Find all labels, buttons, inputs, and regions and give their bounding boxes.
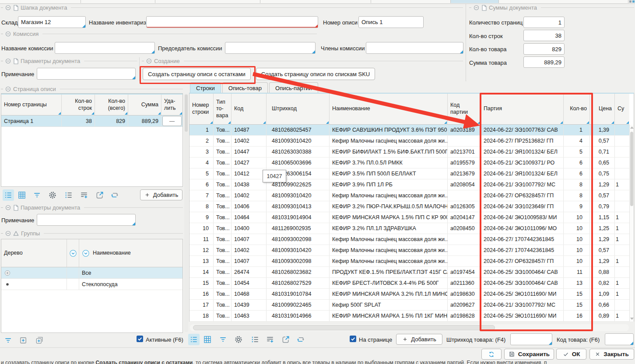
- top-tab[interactable]: [371, 0, 451, 3]
- tab-opis-partii[interactable]: Опись-партии: [269, 82, 318, 93]
- filter-icon[interactable]: [3, 335, 14, 346]
- top-tab[interactable]: [0, 0, 81, 3]
- column-header-type[interactable]: Тип то-вара: [214, 94, 232, 124]
- tab-stroki[interactable]: Строки: [190, 82, 221, 93]
- filter-icon[interactable]: [32, 189, 43, 201]
- collapse-icon[interactable]: [5, 231, 11, 236]
- add-row-button[interactable]: Добавить: [396, 334, 442, 345]
- column-header-name[interactable]: Наименование: [330, 94, 448, 124]
- collapse-icon[interactable]: [5, 5, 11, 10]
- collapse-icon[interactable]: [5, 31, 11, 37]
- numbered-list-icon[interactable]: [63, 189, 74, 201]
- column-header-row-number[interactable]: Номер строки: [189, 94, 214, 124]
- open-external-icon[interactable]: [94, 189, 105, 201]
- list-view-icon[interactable]: [188, 334, 200, 345]
- filter-icon[interactable]: [218, 334, 229, 345]
- tab-opis-tovar[interactable]: Опись-товар: [222, 82, 268, 93]
- gear-icon[interactable]: [47, 189, 58, 201]
- numbered-list-icon[interactable]: [249, 334, 261, 345]
- add-group-icon[interactable]: [34, 335, 45, 346]
- table-row[interactable]: 10 Тов... 10400 4811269002935 КЕФИР 3.2%…: [189, 223, 629, 234]
- top-tab[interactable]: [81, 0, 155, 3]
- list-view-icon[interactable]: [3, 189, 14, 201]
- grid-view-icon[interactable]: [202, 334, 213, 345]
- column-header-tree[interactable]: Дерево: [1, 239, 67, 267]
- commission-chairman-input[interactable]: [225, 42, 316, 54]
- on-page-checkbox[interactable]: [350, 336, 356, 342]
- column-header-code[interactable]: Код: [232, 94, 267, 124]
- table-row[interactable]: 16 Тов... 10468 4810319010784 КЕФИР МИНС…: [189, 289, 629, 300]
- left-panel-scrollbar[interactable]: [184, 94, 188, 332]
- table-row[interactable]: 6 Тов... 10438 4810099022625 КЕФИР 3.9% …: [189, 179, 629, 190]
- group-row[interactable]: Стеклопосуда: [1, 279, 182, 290]
- ok-button[interactable]: ОК: [556, 349, 586, 360]
- column-header-name[interactable]: Наименование: [79, 239, 182, 267]
- add-to-list-icon[interactable]: [78, 189, 90, 201]
- table-row[interactable]: 18 Тов... 10463 4810319014966 КЕФИР МИНС…: [189, 311, 629, 322]
- column-header-rows-count[interactable]: Кол-во строк: [62, 94, 95, 115]
- table-row[interactable]: 14 Тов... 26474 4810268023682 ПРОДУКТ КЕ…: [189, 267, 629, 278]
- filter-dropdown-icon[interactable]: [82, 249, 90, 257]
- column-header-sum[interactable]: Су: [615, 94, 629, 124]
- table-row[interactable]: 5 Тов... 10412 4810263006154 КЕФИР 3.5% …: [189, 168, 629, 179]
- table-row[interactable]: 2 Тов... 10402 4810093010420 Кефир Малоч…: [189, 136, 629, 147]
- table-row[interactable]: 8 Тов... 10406 4810093010413 КЕФИР 3.2% …: [189, 201, 629, 212]
- column-header-sum[interactable]: Сумма: [128, 94, 161, 115]
- barcode-input[interactable]: [510, 333, 552, 345]
- inventory-name-input[interactable]: [146, 16, 318, 28]
- open-external-icon[interactable]: [280, 334, 291, 345]
- inventory-number-input[interactable]: [358, 16, 424, 28]
- table-row[interactable]: 13 Тов... 10407 4810093002098 Кефир Мало…: [189, 256, 629, 267]
- note-input[interactable]: [37, 68, 136, 80]
- warehouse-input[interactable]: [18, 16, 86, 28]
- scrollbar-thumb[interactable]: [193, 325, 495, 330]
- top-tab[interactable]: [260, 0, 371, 3]
- scrollbar-thumb[interactable]: [630, 132, 633, 206]
- column-header-price[interactable]: Цена: [590, 94, 615, 124]
- table-row[interactable]: 15 Тов... 10454 4810268027529 КЕФИР БРЕС…: [189, 278, 629, 289]
- column-header-batch-code[interactable]: Код партии: [448, 94, 481, 124]
- active-checkbox[interactable]: [137, 336, 143, 342]
- column-header-page-number[interactable]: Номер страницы: [1, 94, 62, 115]
- page-row[interactable]: Страница 1 38 829 889,29 —: [1, 116, 182, 127]
- top-tab[interactable]: [155, 0, 260, 3]
- add-item-icon[interactable]: [18, 335, 29, 346]
- top-tab[interactable]: [499, 0, 628, 3]
- collapse-icon[interactable]: [474, 5, 479, 10]
- table-row[interactable]: 4 Тов... 10427 4810065003696 КЕФИР 3.7% …: [189, 158, 629, 168]
- table-row[interactable]: 3 Тов... 10447 4810263030388 КЕФИР БИФИЛ…: [189, 147, 629, 158]
- column-header-batch[interactable]: Партия: [481, 94, 564, 124]
- main-table-horizontal-scrollbar[interactable]: [190, 324, 629, 331]
- add-page-button[interactable]: Добавить: [140, 189, 182, 200]
- save-button[interactable]: Сохранить: [504, 349, 554, 360]
- table-row[interactable]: 9 Тов... 10464 4810319014904 КЕФИР МИНСК…: [189, 212, 629, 223]
- collapse-icon[interactable]: [146, 58, 152, 64]
- table-row[interactable]: 17 Тов... 10439 4810099022465 Кефир 500Г…: [189, 300, 629, 311]
- refresh-button[interactable]: [481, 349, 502, 360]
- table-row[interactable]: 7 Тов... 10402 4810093010420 Кефир Малоч…: [189, 190, 629, 201]
- tree-expand-icon[interactable]: [4, 270, 11, 276]
- commission-name-input[interactable]: [55, 42, 155, 54]
- filter-dropdown-icon[interactable]: [67, 239, 79, 267]
- scroll-down-icon[interactable]: [630, 318, 634, 320]
- create-page-with-remainders-button[interactable]: Создать страницу описи с остатками: [143, 68, 251, 80]
- table-row[interactable]: 1 Тов... 10487 4810268025457 КЕФИР САВУШ…: [189, 125, 629, 136]
- loop-icon[interactable]: [109, 189, 120, 201]
- collapse-icon[interactable]: [5, 86, 11, 92]
- create-page-by-sku-button[interactable]: Создать страницу описи по спискам SKU: [256, 68, 375, 80]
- table-row[interactable]: 11 Тов... 10407 4810093002098 Кефир Мало…: [189, 234, 629, 245]
- page-note-input[interactable]: [37, 214, 136, 226]
- group-row[interactable]: Все: [1, 267, 182, 279]
- collapse-icon[interactable]: [5, 58, 11, 64]
- scroll-up-icon[interactable]: [630, 126, 634, 129]
- column-header-total-count[interactable]: Кол-во (всего): [95, 94, 128, 115]
- main-table-vertical-scrollbar[interactable]: [629, 125, 634, 322]
- top-tab-active[interactable]: [451, 0, 499, 3]
- delete-page-button[interactable]: —: [162, 116, 182, 126]
- column-header-barcode[interactable]: Штрихкод: [267, 94, 330, 124]
- column-header-qty[interactable]: Кол-во: [564, 94, 590, 124]
- collapse-icon[interactable]: [5, 205, 11, 210]
- loop-icon[interactable]: [295, 334, 306, 345]
- column-header-delete[interactable]: Уда-лить: [161, 94, 182, 115]
- gear-icon[interactable]: [233, 334, 244, 345]
